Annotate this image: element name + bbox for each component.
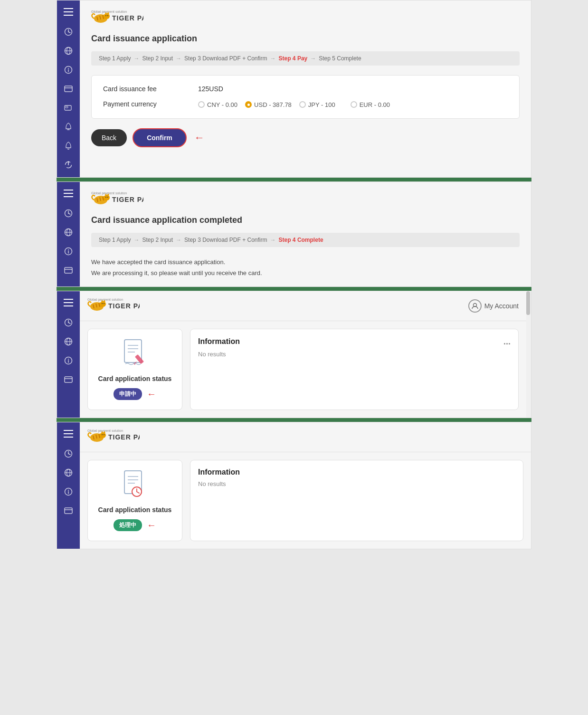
sidebar-icon-clock-3[interactable] <box>57 314 80 331</box>
dashboard-header-1: Global payment solution TIGER PAY <box>80 291 526 321</box>
back-button[interactable]: Back <box>91 129 127 146</box>
card-widget-title-1: Card application status <box>98 375 172 382</box>
currency-cny[interactable]: CNY - 0.00 <box>198 101 237 108</box>
currency-options: CNY - 0.00 USD - 387.78 JPY - 100 <box>198 100 390 109</box>
svg-text:TIGER PAY: TIGER PAY <box>108 433 140 441</box>
sidebar-icon-info-3[interactable] <box>57 352 80 369</box>
hamburger-button-4[interactable] <box>57 424 80 443</box>
s2-arrow2: → <box>176 237 181 243</box>
svg-point-113 <box>102 434 103 435</box>
s2-step2: Step 2 Input <box>142 237 173 243</box>
sidebar-icon-card-3[interactable] <box>57 371 80 388</box>
sidebar-icon-info-4[interactable] <box>57 483 80 500</box>
svg-text:Global payment solution: Global payment solution <box>91 10 127 14</box>
svg-point-80 <box>102 303 103 304</box>
s2-arrow3: → <box>270 237 276 243</box>
svg-point-77 <box>100 301 106 307</box>
my-account-icon <box>468 299 482 313</box>
svg-rect-43 <box>65 267 72 273</box>
my-account-button[interactable]: My Account <box>468 299 519 313</box>
sidebar-icon-globe-3[interactable] <box>57 333 80 350</box>
svg-point-110 <box>100 432 106 438</box>
currency-usd[interactable]: USD - 387.78 <box>245 101 292 108</box>
my-account-label: My Account <box>484 302 519 310</box>
confirm-button[interactable]: Confirm <box>133 128 187 147</box>
sidebar-icon-card-2[interactable] <box>57 262 80 279</box>
usd-label: USD - 387.78 <box>254 101 292 108</box>
scrollbar-thumb-1[interactable] <box>526 291 530 315</box>
sidebar-icon-info-2[interactable] <box>57 243 80 260</box>
info-widget-1: Information ... No results <box>190 329 519 410</box>
svg-point-114 <box>104 434 104 435</box>
svg-rect-15 <box>66 106 68 108</box>
svg-text:TIGER PAY: TIGER PAY <box>112 196 143 203</box>
sidebar-icon-info-1[interactable] <box>57 61 80 78</box>
card-info-box: Card issuance fee 125USD Payment currenc… <box>91 75 520 119</box>
logo-area-3: Global payment solution TIGER PAY <box>87 296 140 316</box>
s2-arrow1: → <box>133 237 139 243</box>
sidebar-icon-clock-1[interactable] <box>57 23 80 40</box>
sidebar-icon-card-4[interactable] <box>57 502 80 519</box>
svg-rect-102 <box>65 508 72 514</box>
sidebar-icon-globe-4[interactable] <box>57 464 80 481</box>
svg-point-67 <box>68 359 69 360</box>
sidebar-icon-clock-4[interactable] <box>57 445 80 462</box>
currency-jpy[interactable]: JPY - 100 <box>299 101 335 108</box>
cny-label: CNY - 0.00 <box>207 101 237 108</box>
svg-rect-59 <box>64 305 73 306</box>
logo-area-1: Global payment solution <box>91 8 520 28</box>
confirm-arrow: ← <box>194 132 205 144</box>
logo-area-4: Global payment solution TIGER PAY <box>87 427 140 447</box>
svg-point-55 <box>107 197 108 198</box>
section1-page-title: Card issuance application <box>91 34 520 44</box>
arrow4: → <box>310 55 316 62</box>
sidebar-icon-bell2-1[interactable] <box>57 137 80 154</box>
sidebar-icon-globe-2[interactable] <box>57 224 80 241</box>
hamburger-button-3[interactable] <box>57 293 80 312</box>
sidebar-icon-bell-1[interactable] <box>57 118 80 135</box>
sidebar-icon-power-1[interactable] <box>57 156 80 173</box>
arrow1: → <box>133 55 139 62</box>
step5-label: Step 5 Complete <box>319 55 361 62</box>
tigerpay-logo-3: Global payment solution TIGER PAY <box>87 296 140 314</box>
svg-point-54 <box>105 197 106 198</box>
badge-row-1: 申請中 ← <box>114 388 156 400</box>
svg-point-29 <box>107 15 108 16</box>
tigerpay-logo-2: Global payment solution TIGER PAY <box>91 190 143 208</box>
section-dashboard-1: Global payment solution TIGER PAY <box>57 291 531 418</box>
info-widget-dots-1[interactable]: ... <box>503 337 511 347</box>
scrollbar-1[interactable] <box>526 291 531 418</box>
svg-line-62 <box>68 323 70 324</box>
divider-3 <box>57 418 531 422</box>
sidebar-4 <box>57 422 80 549</box>
sidebar-icon-globe-1[interactable] <box>57 42 80 59</box>
step2-label: Step 2 Input <box>142 55 173 62</box>
svg-text:Global payment solution: Global payment solution <box>87 429 123 433</box>
section1-content: Global payment solution <box>80 0 531 177</box>
svg-rect-90 <box>64 430 73 431</box>
hamburger-button-1[interactable] <box>57 2 80 21</box>
info-empty-2: No results <box>198 480 515 487</box>
hamburger-button-2[interactable] <box>57 184 80 203</box>
dashboard-grid-2: Card application status 処理中 ← Informatio… <box>80 452 531 549</box>
sidebar-icon-card2-1[interactable] <box>57 99 80 116</box>
sidebar-2 <box>57 182 80 286</box>
svg-rect-92 <box>64 437 73 438</box>
step3-label: Step 3 Download PDF + Confirm <box>184 55 267 62</box>
svg-point-51 <box>104 195 110 200</box>
card-status-icon-2 <box>122 470 148 500</box>
s2-step4: Step 4 Complete <box>279 237 323 243</box>
sidebar-icon-card-1[interactable] <box>57 80 80 97</box>
svg-line-95 <box>68 454 70 455</box>
sidebar-icon-clock-2[interactable] <box>57 205 80 222</box>
svg-rect-57 <box>64 299 73 300</box>
currency-eur[interactable]: EUR - 0.00 <box>351 101 390 108</box>
divider-2 <box>57 287 531 291</box>
fee-label: Card issuance fee <box>103 85 179 93</box>
svg-point-41 <box>68 249 69 250</box>
info-widget-title-2: Information <box>198 468 515 477</box>
completed-message: We have accepted the card issuance appli… <box>91 257 520 279</box>
info-title-text-2: Information <box>198 468 240 477</box>
status-badge-processing: 処理中 <box>114 519 142 531</box>
s2-step3: Step 3 Download PDF + Confirm <box>184 237 267 243</box>
